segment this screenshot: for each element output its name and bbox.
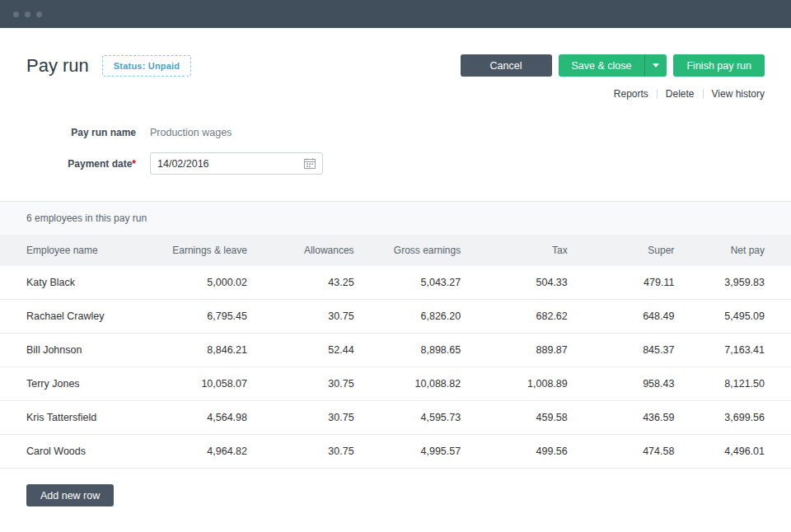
pay-table: Employee nameEarnings & leaveAllowancesG… xyxy=(0,235,791,469)
amount-cell: 8,898.65 xyxy=(364,334,471,367)
column-header: Super xyxy=(578,235,685,266)
amount-cell: 4,496.01 xyxy=(684,435,791,469)
amount-cell: 504.33 xyxy=(470,266,578,300)
save-close-split-button: Save & close xyxy=(559,54,667,77)
finish-pay-run-button[interactable]: Finish pay run xyxy=(673,54,765,77)
window-dot-icon xyxy=(13,12,19,17)
calendar-icon xyxy=(304,158,316,169)
amount-cell: 436.59 xyxy=(578,401,685,435)
table-row[interactable]: Bill Johnson8,846.2152.448,898.65889.878… xyxy=(0,334,791,367)
pay-run-name-row: Pay run name Production wages xyxy=(26,121,765,143)
cancel-button[interactable]: Cancel xyxy=(461,54,552,77)
amount-cell: 958.43 xyxy=(578,367,685,401)
table-body: Katy Black5,000.0243.255,043.27504.33479… xyxy=(0,266,791,469)
amount-cell: 479.11 xyxy=(578,266,685,300)
status-badge: Status: Unpaid xyxy=(102,55,191,77)
employee-name-cell: Rachael Crawley xyxy=(0,300,150,334)
header-actions: Cancel Save & close Finish pay run xyxy=(461,54,765,77)
payment-date-input[interactable]: 14/02/2016 xyxy=(150,152,323,175)
amount-cell: 30.75 xyxy=(257,401,364,435)
pay-run-name-value: Production wages xyxy=(150,127,232,138)
payment-date-label: Payment date* xyxy=(26,158,136,170)
divider xyxy=(703,89,704,99)
table-footer: Add new row xyxy=(0,469,791,522)
employee-name-cell: Bill Johnson xyxy=(0,334,150,367)
amount-cell: 4,564.98 xyxy=(150,401,257,435)
column-header: Tax xyxy=(470,235,578,266)
delete-link[interactable]: Delete xyxy=(666,88,695,100)
pay-run-name-label: Pay run name xyxy=(26,127,136,138)
amount-cell: 6,795.45 xyxy=(150,300,257,334)
employee-count-summary: 6 employees in this pay run xyxy=(0,201,791,235)
amount-cell: 30.75 xyxy=(257,367,364,401)
table-row[interactable]: Terry Jones10,058.0730.7510,088.821,008.… xyxy=(0,367,791,401)
amount-cell: 474.58 xyxy=(578,435,685,469)
divider xyxy=(657,89,658,99)
table-row[interactable]: Rachael Crawley6,795.4530.756,826.20682.… xyxy=(0,300,791,334)
column-header: Gross earnings xyxy=(364,235,471,266)
column-header: Employee name xyxy=(0,235,150,266)
amount-cell: 1,008.89 xyxy=(470,367,578,401)
employee-name-cell: Terry Jones xyxy=(0,367,150,401)
employee-name-cell: Kris Tattersfield xyxy=(0,401,150,435)
column-header: Earnings & leave xyxy=(150,235,257,266)
amount-cell: 5,495.09 xyxy=(684,300,791,334)
required-marker: * xyxy=(132,158,136,170)
amount-cell: 3,699.56 xyxy=(684,401,791,435)
amount-cell: 7,163.41 xyxy=(684,334,791,367)
amount-cell: 5,043.27 xyxy=(364,266,471,300)
amount-cell: 3,959.83 xyxy=(684,266,791,300)
window-dot-icon xyxy=(25,12,30,17)
page-header: Pay run Status: Unpaid Cancel Save & clo… xyxy=(26,28,765,77)
save-close-button[interactable]: Save & close xyxy=(559,54,645,77)
view-history-link[interactable]: View history xyxy=(712,88,765,100)
payment-date-row: Payment date* 14/02/2016 xyxy=(26,152,765,175)
employee-name-cell: Katy Black xyxy=(0,266,150,300)
add-new-row-button[interactable]: Add new row xyxy=(26,484,114,506)
window-titlebar xyxy=(0,0,791,28)
amount-cell: 459.58 xyxy=(470,401,578,435)
amount-cell: 30.75 xyxy=(257,435,364,469)
payment-date-value: 14/02/2016 xyxy=(157,158,209,170)
employee-name-cell: Carol Woods xyxy=(0,435,150,469)
amount-cell: 52.44 xyxy=(257,334,364,367)
amount-cell: 10,088.82 xyxy=(364,367,471,401)
save-close-dropdown-button[interactable] xyxy=(644,54,667,77)
amount-cell: 4,595.73 xyxy=(364,401,471,435)
column-header: Allowances xyxy=(257,235,364,266)
table-row[interactable]: Katy Black5,000.0243.255,043.27504.33479… xyxy=(0,266,791,300)
amount-cell: 8,121.50 xyxy=(684,367,791,401)
amount-cell: 889.87 xyxy=(470,334,578,367)
amount-cell: 4,964.82 xyxy=(150,435,257,469)
page-title: Pay run xyxy=(26,55,89,77)
table-row[interactable]: Kris Tattersfield4,564.9830.754,595.7345… xyxy=(0,401,791,435)
window-dot-icon xyxy=(36,12,42,17)
amount-cell: 8,846.21 xyxy=(150,334,257,367)
amount-cell: 6,826.20 xyxy=(364,300,471,334)
secondary-actions: Reports Delete View history xyxy=(26,88,765,100)
pay-run-form: Pay run name Production wages Payment da… xyxy=(26,121,765,175)
table-row[interactable]: Carol Woods4,964.8230.754,995.57499.5647… xyxy=(0,435,791,469)
amount-cell: 648.49 xyxy=(578,300,685,334)
amount-cell: 845.37 xyxy=(578,334,685,367)
table-header-row: Employee nameEarnings & leaveAllowancesG… xyxy=(0,235,791,266)
column-header: Net pay xyxy=(684,235,791,266)
amount-cell: 10,058.07 xyxy=(150,367,257,401)
amount-cell: 682.62 xyxy=(470,300,578,334)
amount-cell: 4,995.57 xyxy=(364,435,471,469)
amount-cell: 30.75 xyxy=(257,300,364,334)
amount-cell: 499.56 xyxy=(470,435,578,469)
amount-cell: 5,000.02 xyxy=(150,266,257,300)
amount-cell: 43.25 xyxy=(257,266,364,300)
reports-link[interactable]: Reports xyxy=(614,88,648,100)
pay-run-page: Pay run Status: Unpaid Cancel Save & clo… xyxy=(0,0,791,532)
chevron-down-icon xyxy=(653,63,659,68)
